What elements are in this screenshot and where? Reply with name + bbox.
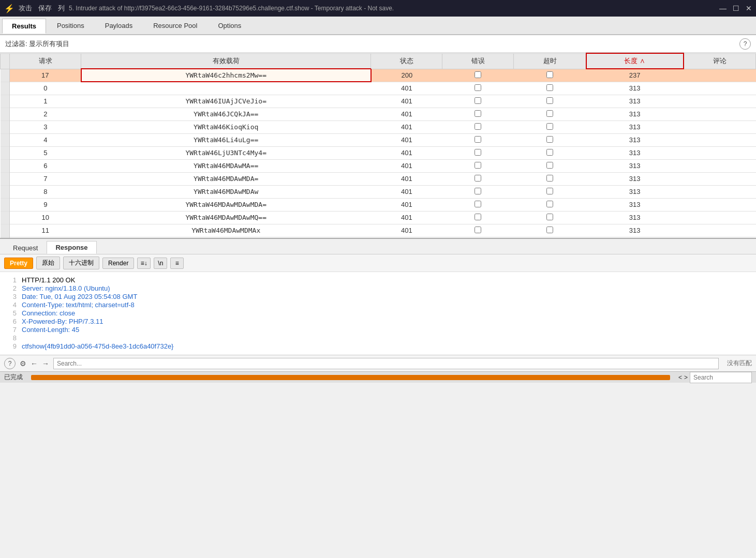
tab-resource-pool[interactable]: Resource Pool bbox=[143, 18, 207, 33]
row-status: 200 bbox=[371, 69, 442, 82]
row-length: 237 bbox=[586, 69, 684, 82]
filter-help-icon[interactable]: ? bbox=[739, 38, 751, 50]
status-bar: 已完成 < > bbox=[0, 371, 756, 383]
title-bar: ⚡ 攻击 保存 列 5. Intruder attack of http://f… bbox=[0, 0, 756, 17]
table-row[interactable]: 7YWRtaW46MDAwMDA=401313 bbox=[1, 172, 756, 185]
search-input[interactable] bbox=[53, 358, 719, 369]
line-content: Server: nginx/1.18.0 (Ubuntu) bbox=[22, 284, 110, 292]
table-row[interactable]: 11YWRtaW46MDAwMDMAx401313 bbox=[1, 224, 756, 237]
bottom-help-icon[interactable]: ? bbox=[4, 358, 16, 369]
row-error bbox=[442, 185, 514, 198]
btn-render[interactable]: Render bbox=[102, 258, 134, 269]
row-length: 313 bbox=[586, 95, 684, 108]
row-payload: YWRtaW46MDAwMDAw bbox=[81, 185, 371, 198]
col-request[interactable]: 请求 bbox=[10, 53, 81, 69]
row-length: 313 bbox=[586, 224, 684, 237]
row-side bbox=[1, 159, 10, 172]
table-row[interactable]: 9YWRtaW46MDAwMDAwMDA=401313 bbox=[1, 198, 756, 211]
tab-options[interactable]: Options bbox=[208, 18, 251, 33]
row-id: 11 bbox=[10, 224, 81, 237]
line-content: Content-Length: 45 bbox=[22, 326, 79, 334]
col-timeout[interactable]: 超时 bbox=[514, 53, 586, 69]
col-error[interactable]: 错误 bbox=[442, 53, 514, 69]
close-button[interactable]: ✕ bbox=[746, 4, 752, 12]
row-id: 6 bbox=[10, 159, 81, 172]
tab-positions[interactable]: Positions bbox=[47, 18, 94, 33]
row-error bbox=[442, 82, 514, 95]
row-timeout bbox=[514, 211, 586, 224]
btn-pretty[interactable]: Pretty bbox=[4, 258, 33, 269]
tab-request[interactable]: Request bbox=[4, 242, 47, 254]
results-table-container: 请求 有效载荷 状态 错误 超时 长度 ∧ 评论 17YWRtaW46c2hhc… bbox=[0, 53, 756, 239]
row-length: 313 bbox=[586, 211, 684, 224]
icon-newline[interactable]: \n bbox=[154, 258, 167, 269]
row-side bbox=[1, 211, 10, 224]
row-id: 10 bbox=[10, 211, 81, 224]
btn-hex[interactable]: 十六进制 bbox=[63, 257, 99, 269]
row-status: 401 bbox=[371, 185, 442, 198]
table-row[interactable]: 17YWRtaW46c2hhcms2Mw==200237 bbox=[1, 69, 756, 82]
forward-icon[interactable]: → bbox=[42, 359, 49, 368]
row-timeout bbox=[514, 198, 586, 211]
response-line: 1HTTP/1.1 200 OK bbox=[6, 276, 750, 284]
row-length: 313 bbox=[586, 82, 684, 95]
row-side bbox=[1, 120, 10, 133]
icon-list[interactable]: ≡ bbox=[170, 258, 184, 269]
tab-payloads[interactable]: Payloads bbox=[95, 18, 142, 33]
back-icon[interactable]: ← bbox=[31, 359, 38, 368]
settings-icon[interactable]: ⚙ bbox=[20, 359, 26, 368]
col-comment[interactable]: 评论 bbox=[684, 53, 756, 69]
table-row[interactable]: 2YWRtaW46JCQkJA==401313 bbox=[1, 108, 756, 120]
line-number: 1 bbox=[6, 276, 17, 284]
col-status[interactable]: 状态 bbox=[371, 53, 442, 69]
row-timeout bbox=[514, 159, 586, 172]
line-content: HTTP/1.1 200 OK bbox=[22, 276, 75, 284]
row-payload: YWRtaW46MDAwMDMAx bbox=[81, 224, 371, 237]
row-status: 401 bbox=[371, 108, 442, 120]
minimize-button[interactable]: — bbox=[719, 4, 727, 12]
response-toolbar: Pretty 原始 十六进制 Render ≡↓ \n ≡ bbox=[0, 254, 756, 272]
col-payload[interactable]: 有效载荷 bbox=[81, 53, 371, 69]
line-content: Content-Type: text/html; charset=utf-8 bbox=[22, 301, 135, 309]
menu-col[interactable]: 列 bbox=[58, 4, 65, 13]
row-error bbox=[442, 159, 514, 172]
line-number: 4 bbox=[6, 301, 17, 309]
no-match-label: 没有匹配 bbox=[727, 359, 752, 368]
filter-text: 过滤器: 显示所有项目 bbox=[5, 39, 69, 49]
row-payload bbox=[81, 82, 371, 95]
table-row[interactable]: 5YWRtaW46LjU3NTc4My4=401313 bbox=[1, 146, 756, 159]
line-content: Connection: close bbox=[22, 309, 75, 317]
row-status: 401 bbox=[371, 120, 442, 133]
row-length: 313 bbox=[586, 172, 684, 185]
status-search-input[interactable] bbox=[690, 372, 752, 383]
tab-response[interactable]: Response bbox=[47, 241, 96, 254]
table-row[interactable]: 0401313 bbox=[1, 82, 756, 95]
table-row[interactable]: 10YWRtaW46MDAwMDAwMQ==401313 bbox=[1, 211, 756, 224]
row-timeout bbox=[514, 172, 586, 185]
icon-wrap[interactable]: ≡↓ bbox=[137, 258, 151, 269]
row-length: 313 bbox=[586, 159, 684, 172]
btn-raw[interactable]: 原始 bbox=[36, 257, 60, 269]
row-status: 401 bbox=[371, 211, 442, 224]
col-length[interactable]: 长度 ∧ bbox=[586, 53, 684, 69]
table-row[interactable]: 8YWRtaW46MDAwMDAw401313 bbox=[1, 185, 756, 198]
line-number: 2 bbox=[6, 284, 17, 292]
tab-results[interactable]: Results bbox=[2, 19, 46, 34]
maximize-button[interactable]: ☐ bbox=[733, 4, 739, 12]
line-number: 8 bbox=[6, 334, 17, 342]
table-row[interactable]: 1YWRtaW46IUAjJCVeJio=401313 bbox=[1, 95, 756, 108]
table-row[interactable]: 6YWRtaW46MDAwMA==401313 bbox=[1, 159, 756, 172]
table-row[interactable]: 3YWRtaW46KioqKioq401313 bbox=[1, 120, 756, 133]
menu-save[interactable]: 保存 bbox=[38, 4, 52, 13]
table-row[interactable]: 4YWRtaW46Li4uLg==401313 bbox=[1, 133, 756, 146]
line-content: ctfshow{4fb91dd0-a056-475d-8ee3-1dc6a40f… bbox=[22, 342, 173, 350]
line-content: Date: Tue, 01 Aug 2023 05:54:08 GMT bbox=[22, 293, 137, 300]
status-nav-right[interactable]: > bbox=[684, 374, 688, 381]
menu-attack[interactable]: 攻击 bbox=[19, 4, 32, 13]
row-id: 9 bbox=[10, 198, 81, 211]
row-error bbox=[442, 224, 514, 237]
status-nav-left[interactable]: < bbox=[678, 374, 682, 381]
row-side bbox=[1, 82, 10, 95]
response-line: 3Date: Tue, 01 Aug 2023 05:54:08 GMT bbox=[6, 293, 750, 300]
row-timeout bbox=[514, 82, 586, 95]
